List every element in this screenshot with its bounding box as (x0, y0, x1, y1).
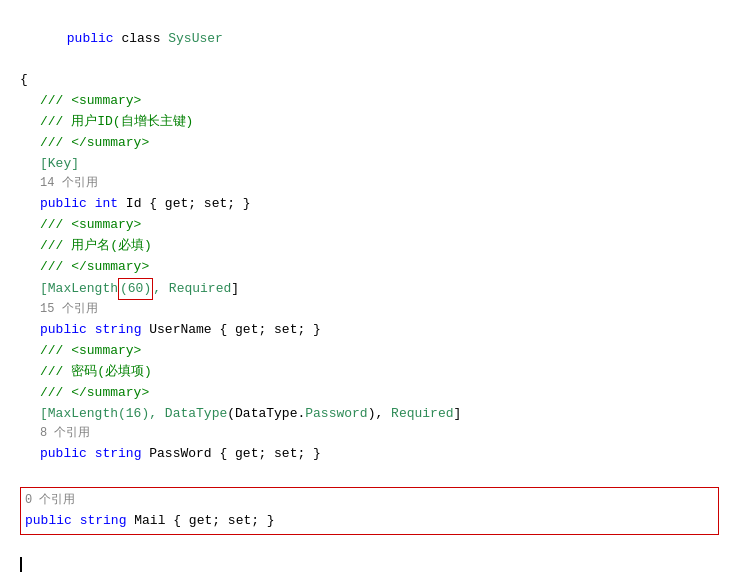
prop-id: public int Id { get; set; } (0, 194, 739, 215)
key-attribute: [Key] (0, 154, 739, 175)
ref-count-password: 8 个引用 (0, 424, 739, 444)
blank-line-1 (0, 465, 739, 485)
summary-open-3: /// <summary> (0, 341, 739, 362)
code-editor: public class SysUser { /// <summary> ///… (0, 0, 739, 572)
blank-line-2 (0, 537, 739, 557)
open-brace: { (0, 70, 739, 91)
prop-password: public string PassWord { get; set; } (0, 444, 739, 465)
summary-close-3: /// </summary> (0, 383, 739, 404)
ref-count-id: 14 个引用 (0, 174, 739, 194)
summary-text-2: /// 用户名(必填) (0, 236, 739, 257)
summary-text-3: /// 密码(必填项) (0, 362, 739, 383)
class-declaration: public class SysUser (0, 8, 739, 70)
mail-highlight-block: 0 个引用 public string Mail { get; set; } (20, 487, 719, 535)
cursor-line (0, 557, 739, 572)
highlight-60: (60) (118, 278, 153, 301)
ref-count-mail: 0 个引用 (25, 490, 714, 511)
summary-open-2: /// <summary> (0, 215, 739, 236)
prop-mail: public string Mail { get; set; } (25, 511, 714, 532)
summary-close-2: /// </summary> (0, 257, 739, 278)
summary-close-1: /// </summary> (0, 133, 739, 154)
ref-count-username: 15 个引用 (0, 300, 739, 320)
prop-username: public string UserName { get; set; } (0, 320, 739, 341)
summary-text-1: /// 用户ID(自增长主键) (0, 112, 739, 133)
maxlength-attr-1: [MaxLength(60), Required] (0, 278, 739, 301)
maxlength-attr-2: [MaxLength(16), DataType(DataType.Passwo… (0, 404, 739, 425)
summary-open-1: /// <summary> (0, 91, 739, 112)
text-cursor (20, 557, 22, 572)
